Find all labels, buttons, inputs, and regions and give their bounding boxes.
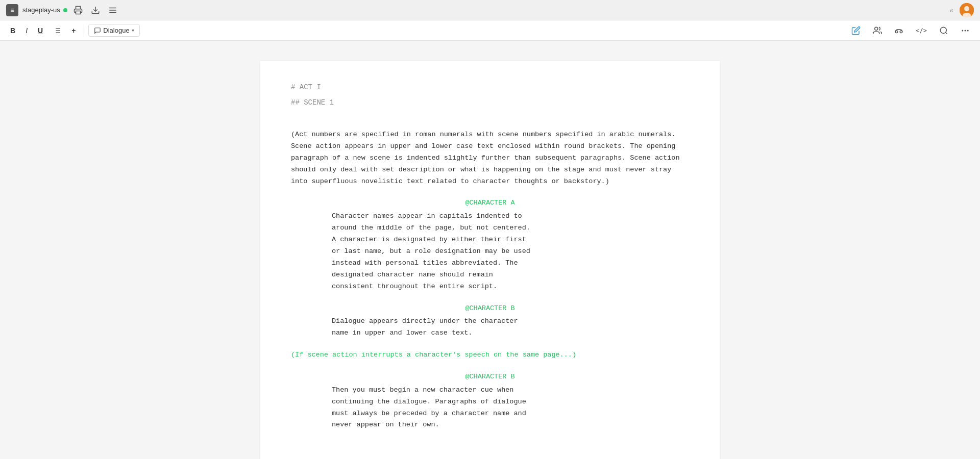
add-button[interactable]: + [67, 24, 80, 37]
dialogue-b-second-text: Then you must begin a new character cue … [332, 386, 526, 429]
app-logo[interactable]: ≡ [6, 4, 18, 16]
collapse-icon: « [949, 6, 953, 14]
dropdown-arrow: ▾ [132, 28, 134, 33]
collaboration-button[interactable] [869, 24, 886, 37]
more-icon [961, 26, 970, 35]
character-b-first-label: @CHARACTER B [465, 304, 514, 312]
italic-button[interactable]: I [21, 24, 32, 37]
formatting-toolbar: B I U + Dialogue ▾ [0, 20, 980, 41]
character-name-b-first: @CHARACTER B [291, 303, 689, 314]
dialog-bubble-icon [94, 27, 101, 34]
add-label: + [71, 27, 76, 35]
users-icon [873, 26, 882, 35]
print-button[interactable] [71, 4, 85, 17]
italic-label: I [26, 27, 28, 35]
svg-point-19 [962, 30, 963, 31]
download-button[interactable] [89, 4, 102, 17]
character-a-label: @CHARACTER A [465, 199, 514, 207]
reading-view-button[interactable] [890, 24, 908, 37]
dialogue-a: Character names appear in capitals inden… [332, 211, 648, 293]
character-name-a: @CHARACTER A [291, 197, 689, 209]
online-status-dot [63, 8, 67, 12]
avatar[interactable] [960, 3, 974, 17]
hamburger-menu-button[interactable] [106, 4, 119, 17]
svg-point-17 [940, 27, 946, 33]
logo-icon: ≡ [10, 7, 14, 14]
print-icon [74, 6, 83, 15]
scene-heading-text: ## SCENE 1 [291, 98, 334, 107]
svg-point-21 [968, 30, 969, 31]
character-name-b-second: @CHARACTER B [291, 371, 689, 382]
search-icon [939, 26, 948, 35]
dialogue-b-second: Then you must begin a new character cue … [332, 385, 648, 431]
dialogue-b-first: Dialogue appears directly under the char… [332, 316, 648, 339]
svg-point-20 [965, 30, 966, 31]
dialogue-b-first-text: Dialogue appears directly under the char… [332, 317, 518, 337]
editor-content[interactable]: # ACT I ## SCENE 1 (Act numbers are spec… [291, 82, 689, 431]
toolbar-divider [84, 26, 84, 36]
scene-action-inline: (If scene action interrupts a character'… [291, 349, 689, 361]
download-icon [91, 6, 100, 15]
top-nav: ≡ stageplay-us « [0, 0, 980, 20]
toolbar-right-actions: </> [847, 24, 974, 37]
document-title: stageplay-us [22, 6, 67, 14]
list-icon [53, 27, 61, 35]
editor-page: # ACT I ## SCENE 1 (Act numbers are spec… [260, 61, 720, 459]
bold-label: B [10, 27, 15, 35]
act-heading: # ACT I [291, 82, 689, 93]
character-b-second-label: @CHARACTER B [465, 373, 514, 380]
more-options-button[interactable] [957, 24, 974, 37]
collapse-sidebar-button[interactable]: « [947, 4, 955, 16]
action-text-1: (Act numbers are specified in roman nume… [291, 131, 680, 185]
scene-action-inline-text: (If scene action interrupts a character'… [291, 351, 576, 359]
list-button[interactable] [49, 24, 65, 37]
search-button[interactable] [935, 24, 952, 37]
dialogue-a-text: Character names appear in capitals inden… [332, 212, 530, 290]
code-icon: </> [916, 27, 927, 34]
underline-label: U [38, 27, 43, 35]
bold-button[interactable]: B [6, 24, 19, 37]
editor-container[interactable]: # ACT I ## SCENE 1 (Act numbers are spec… [0, 41, 980, 459]
code-view-button[interactable]: </> [912, 25, 931, 36]
act-heading-text: # ACT I [291, 83, 321, 91]
pencil-icon [851, 26, 861, 35]
scene-heading: ## SCENE 1 [291, 97, 689, 108]
underline-button[interactable]: U [34, 24, 47, 37]
edit-mode-button[interactable] [847, 24, 865, 37]
spacer-1 [291, 121, 689, 129]
title-text: stageplay-us [22, 6, 60, 14]
format-dropdown[interactable]: Dialogue ▾ [88, 24, 139, 37]
hamburger-icon [108, 6, 117, 15]
svg-point-14 [875, 27, 878, 30]
svg-point-6 [964, 6, 969, 11]
action-paragraph-1: (Act numbers are specified in roman nume… [291, 129, 689, 188]
avatar-icon [960, 3, 974, 17]
svg-line-18 [945, 32, 947, 34]
format-dropdown-label: Dialogue [103, 27, 129, 34]
glasses-icon [894, 26, 903, 35]
svg-rect-0 [76, 11, 80, 14]
